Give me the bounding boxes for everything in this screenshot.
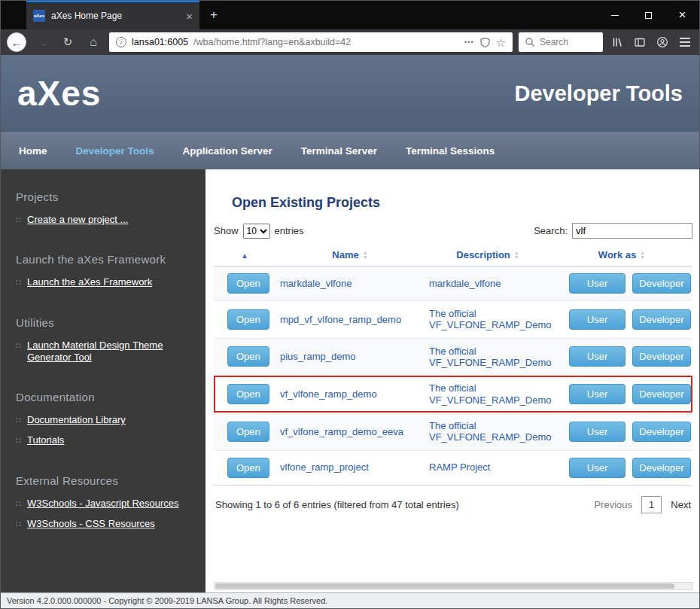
search-label: Search: (534, 225, 568, 236)
sidebar-section-documentation: Documentation ∷ Documentation Library ∷ … (16, 391, 190, 447)
maximize-button[interactable] (632, 1, 665, 29)
list-bullet-icon: ∷ (16, 215, 21, 225)
work-as-user-button[interactable]: User (569, 346, 625, 367)
shield-icon[interactable] (479, 37, 491, 48)
tab-bar: aXes aXes Home Page × + × (1, 1, 699, 29)
column-header-description[interactable]: Description▲▼ (425, 245, 551, 266)
work-as-developer-button[interactable]: Developer (632, 458, 691, 478)
table-footer: Showing 1 to 6 of 6 entries (filtered fr… (214, 496, 692, 513)
open-button[interactable]: Open (227, 422, 269, 442)
menu-item-terminal-server[interactable]: Terminal Server (287, 145, 391, 157)
list-bullet-icon: ∷ (16, 341, 21, 351)
column-label: Work as (598, 249, 636, 260)
axes-logo: aXes (17, 73, 101, 114)
library-icon[interactable] (609, 34, 625, 50)
open-button[interactable]: Open (227, 273, 269, 294)
work-as-user-button[interactable]: User (569, 422, 625, 442)
project-description: markdale_vlfone (425, 266, 551, 301)
work-as-user-button[interactable]: User (569, 384, 625, 404)
page-number-button[interactable]: 1 (641, 496, 662, 513)
work-as-developer-button[interactable]: Developer (632, 384, 691, 404)
tab-title: aXes Home Page (51, 11, 180, 21)
table-controls: Show 10 entries Search: (214, 223, 692, 239)
open-button[interactable]: Open (227, 458, 269, 478)
table-search-input[interactable] (572, 223, 692, 239)
account-icon[interactable] (654, 34, 671, 50)
sidebar-item-tutorials[interactable]: ∷ Tutorials (16, 434, 190, 446)
pagination: Previous 1 Next (594, 496, 691, 513)
search-icon (525, 37, 535, 47)
column-header-open[interactable]: ▲ (214, 245, 275, 266)
list-bullet-icon: ∷ (16, 519, 21, 529)
bookmark-star-icon[interactable]: ☆ (496, 37, 506, 48)
work-as-user-button[interactable]: User (569, 458, 625, 478)
content-body: Projects ∷ Create a new project ... Laun… (1, 169, 699, 592)
sidebar-item-launch-framework[interactable]: ∷ Launch the aXes Framework (16, 276, 190, 288)
work-as-user-button[interactable]: User (569, 309, 625, 330)
sidebar-item-documentation-library[interactable]: ∷ Documentation Library (16, 414, 190, 426)
show-label: Show (214, 225, 239, 236)
list-bullet-icon: ∷ (16, 499, 21, 509)
sidebar-link-label: Tutorials (27, 434, 64, 446)
browser-tab[interactable]: aXes aXes Home Page × (26, 1, 199, 29)
horizontal-scrollbar[interactable] (214, 582, 693, 590)
work-as-user-button[interactable]: User (569, 273, 625, 294)
search-bar[interactable]: Search (519, 32, 603, 52)
sidebar-toggle-icon[interactable] (632, 34, 648, 50)
table-row-highlighted: Open vf_vlfone_ramp_demo The official VF… (214, 376, 692, 413)
open-button[interactable]: Open (227, 346, 269, 367)
url-bar[interactable]: i lansa01:6005 /wba/home.html?lang=en&ax… (109, 32, 513, 52)
sidebar-heading: Projects (16, 190, 190, 203)
scrollbar-thumb[interactable] (215, 583, 674, 589)
project-description: The official VF_VLFONE_RAMP_Demo (425, 338, 551, 376)
close-button[interactable]: × (665, 1, 699, 29)
sidebar: Projects ∷ Create a new project ... Laun… (1, 169, 205, 592)
home-button[interactable]: ⌂ (84, 32, 103, 52)
reload-button[interactable]: ↻ (58, 32, 78, 52)
column-header-work-as[interactable]: Work as▲▼ (551, 245, 692, 266)
project-name: vf_vlfone_ramp_demo (275, 376, 425, 413)
sidebar-item-material-theme-tool[interactable]: ∷ Launch Material Design Theme Generator… (16, 340, 190, 364)
next-page-button[interactable]: Next (671, 499, 691, 510)
entries-select[interactable]: 10 (243, 224, 270, 239)
menu-item-developer-tools[interactable]: Developer Tools (62, 145, 169, 157)
forward-button[interactable]: → (32, 32, 52, 52)
url-path: /wba/home.html?lang=en&axbuild=42 (193, 37, 351, 47)
url-host: lansa01:6005 (132, 37, 188, 47)
project-name: vf_vlfone_ramp_demo_eeva (275, 413, 425, 450)
browser-window: aXes aXes Home Page × + × ← → ↻ ⌂ i lans… (0, 0, 700, 609)
back-button[interactable]: ← (7, 32, 26, 52)
sidebar-item-w3schools-css[interactable]: ∷ W3Schools - CSS Resources (16, 518, 190, 530)
column-label: Description (456, 249, 510, 260)
navigation-toolbar: ← → ↻ ⌂ i lansa01:6005 /wba/home.html?la… (1, 29, 699, 55)
menu-item-application-server[interactable]: Application Server (169, 145, 287, 157)
status-bar: Version 4.2.0.000.000000 - Copyright © 2… (1, 592, 699, 608)
project-description: The official VF_VLFONE_RAMP_Demo (425, 376, 551, 413)
open-button[interactable]: Open (227, 384, 269, 404)
work-as-developer-button[interactable]: Developer (632, 422, 691, 442)
project-description: RAMP Project (425, 450, 551, 485)
tab-close-icon[interactable]: × (186, 10, 193, 23)
work-as-developer-button[interactable]: Developer (632, 309, 691, 330)
sidebar-heading: External Resources (16, 474, 190, 487)
work-as-developer-button[interactable]: Developer (632, 346, 691, 367)
minimize-icon (611, 15, 619, 16)
menu-item-home[interactable]: Home (5, 145, 62, 157)
minimize-button[interactable] (598, 1, 632, 29)
project-name: vlfone_ramp_project (275, 450, 425, 485)
page-actions-icon[interactable]: ••• (464, 38, 473, 46)
site-info-icon[interactable]: i (116, 37, 126, 47)
menu-item-terminal-sessions[interactable]: Terminal Sessions (391, 145, 509, 157)
sidebar-item-w3schools-javascript[interactable]: ∷ W3Schools - Javascript Resources (16, 498, 190, 510)
main-menu: Home Developer Tools Application Server … (1, 132, 699, 169)
sidebar-link-label: W3Schools - Javascript Resources (27, 498, 179, 510)
new-tab-button[interactable]: + (210, 8, 218, 23)
sidebar-item-create-project[interactable]: ∷ Create a new project ... (16, 214, 190, 226)
sidebar-link-label: W3Schools - CSS Resources (27, 518, 155, 530)
open-button[interactable]: Open (227, 309, 269, 330)
previous-page-button[interactable]: Previous (594, 499, 632, 510)
column-header-name[interactable]: Name▲▼ (275, 245, 425, 266)
page-length-control: Show 10 entries (214, 224, 304, 239)
menu-icon[interactable] (677, 34, 693, 50)
work-as-developer-button[interactable]: Developer (632, 273, 691, 294)
